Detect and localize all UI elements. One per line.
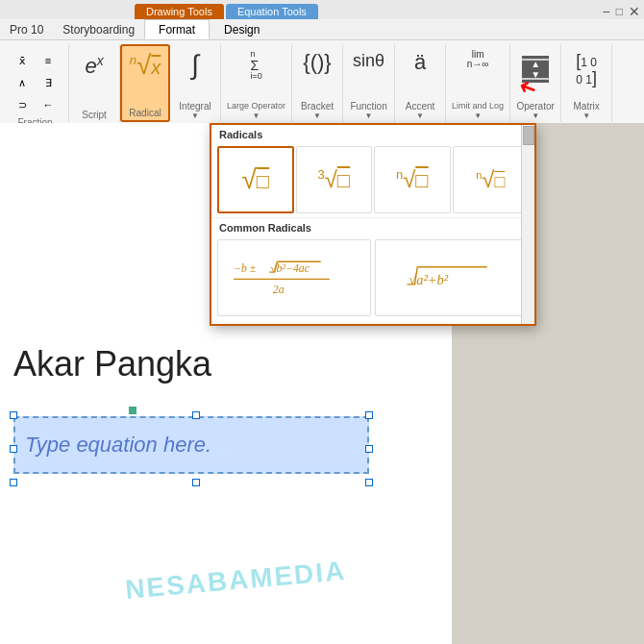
- radical-button[interactable]: n√x: [126, 50, 165, 83]
- minimize-icon[interactable]: −: [603, 4, 610, 19]
- close-icon[interactable]: ✕: [629, 4, 640, 19]
- limit-log-label: Limit and Log: [452, 100, 504, 111]
- matrix-button[interactable]: [1 00 1]: [567, 50, 606, 90]
- accent-icon: ä: [414, 52, 426, 73]
- bracket-group: {()} Bracket ▼: [292, 44, 343, 122]
- limit-log-group: lim n→∞ Limit and Log ▼: [446, 44, 510, 122]
- limit-log-button[interactable]: lim n→∞: [458, 48, 497, 73]
- bracket-label: Bracket: [301, 99, 334, 111]
- tab-format[interactable]: Format: [144, 19, 210, 39]
- function-label: Function: [350, 99, 386, 111]
- handle-bl: [10, 479, 17, 486]
- pro-label: Pro 10: [0, 20, 53, 39]
- radical-dropdown-popup: Radicals √□ 3√□ n√□ n√□ Common Radicals …: [210, 123, 536, 326]
- frac-icon-5[interactable]: ⊃: [10, 94, 35, 115]
- equation-placeholder-text: Type equation here.: [25, 433, 211, 458]
- handle-bc: [192, 479, 200, 486]
- handle-mr: [365, 445, 373, 453]
- integral-icon: ∫: [191, 52, 199, 79]
- radical-group: n√x Radical: [120, 44, 170, 122]
- radical-item-cbrt[interactable]: 3√□: [296, 146, 373, 213]
- large-operator-button[interactable]: n Σ i=0: [237, 48, 276, 85]
- matrix-group: [1 00 1] Matrix ▼: [561, 44, 612, 122]
- sub-tab-bar: Pro 10 Storyboarding Format Design: [0, 19, 644, 40]
- handle-tc: [192, 411, 200, 419]
- drawing-tools-tab[interactable]: Drawing Tools: [135, 4, 224, 19]
- function-icon: sinθ: [353, 52, 384, 69]
- script-label: Script: [82, 108, 107, 120]
- svg-text:2a: 2a: [272, 283, 284, 295]
- accent-group: ä Accent ▼: [395, 44, 446, 122]
- common-radicals-grid: −b ± √b²−4ac 2a √a²+b²: [211, 235, 534, 324]
- svg-text:−b ±: −b ±: [234, 262, 257, 275]
- watermark: NESABAMEDIA: [124, 556, 347, 606]
- radical-label: Radical: [129, 106, 161, 118]
- tab-design[interactable]: Design: [210, 19, 274, 39]
- equation-textbox[interactable]: Type equation here.: [13, 416, 369, 474]
- handle-tr: [365, 411, 373, 419]
- frac-icon-4[interactable]: ∃: [36, 72, 61, 93]
- small-icons-group: x̄ ≡ ∧ ∃ ⊃ ← Fraction: [2, 44, 69, 122]
- large-operator-dropdown-arrow[interactable]: ▼: [253, 111, 260, 120]
- radical-icon: n√x: [130, 52, 161, 79]
- bracket-dropdown-arrow[interactable]: ▼: [313, 111, 321, 120]
- handle-br: [365, 479, 373, 486]
- large-operator-label: Large Operator: [227, 100, 285, 111]
- radical-item-sqrt[interactable]: √□: [217, 146, 294, 213]
- bracket-icon: {()}: [303, 52, 331, 73]
- accent-button[interactable]: ä: [401, 50, 439, 77]
- page-title: Akar Pangka: [13, 344, 211, 384]
- radical-sqrt-icon: √□: [241, 164, 269, 195]
- large-operator-group: n Σ i=0 Large Operator ▼: [221, 44, 292, 122]
- pythagorean-formula-svg: √a²+b²: [383, 247, 522, 310]
- integral-label: Integral: [179, 99, 211, 111]
- large-operator-icon: n Σ i=0: [250, 50, 261, 81]
- common-radicals-title: Common Radicals: [211, 218, 534, 235]
- limit-log-icon: lim n→∞: [467, 50, 489, 69]
- radical-item-nthrt1[interactable]: n√□: [374, 146, 451, 213]
- radical-item-nthrt2[interactable]: n√□: [453, 146, 530, 213]
- radicals-section-title: Radicals: [211, 125, 534, 142]
- accent-dropdown-arrow[interactable]: ▼: [416, 111, 424, 120]
- frac-icon-3[interactable]: ∧: [10, 72, 35, 93]
- integral-group: ∫ Integral ▼: [170, 44, 221, 122]
- matrix-icon: [1 00 1]: [576, 52, 597, 87]
- operator-dropdown-arrow[interactable]: ▼: [532, 111, 539, 120]
- quadratic-formula-svg: −b ± √b²−4ac 2a: [225, 247, 364, 310]
- handle-top: [129, 407, 136, 414]
- script-icon: ex: [85, 54, 103, 77]
- radical-cbrt-icon: 3√□: [317, 166, 350, 193]
- matrix-label: Matrix: [574, 99, 600, 111]
- function-button[interactable]: sinθ: [349, 50, 388, 73]
- ribbon: Drawing Tools Equation Tools − □ ✕ Pro 1…: [0, 0, 644, 128]
- script-button[interactable]: ex: [75, 52, 113, 81]
- integral-dropdown-arrow[interactable]: ▼: [191, 111, 199, 120]
- frac-icon-6[interactable]: ←: [36, 94, 61, 115]
- function-group: sinθ Function ▼: [343, 44, 395, 122]
- handle-tl: [10, 411, 17, 419]
- ribbon-tools-row: x̄ ≡ ∧ ∃ ⊃ ← Fraction ex Script n√x Rad: [0, 40, 644, 127]
- script-group: ex Script: [69, 44, 120, 122]
- function-dropdown-arrow[interactable]: ▼: [365, 111, 373, 120]
- radical-nthrt2-icon: n√□: [476, 166, 505, 193]
- radical-pythagorean[interactable]: √a²+b²: [375, 239, 529, 316]
- limit-log-dropdown-arrow[interactable]: ▼: [474, 111, 482, 120]
- radical-quadratic[interactable]: −b ± √b²−4ac 2a: [217, 239, 371, 316]
- storyboarding-label: Storyboarding: [53, 20, 144, 39]
- radical-nthrt1-icon: n√□: [396, 166, 429, 193]
- handle-ml: [10, 445, 17, 453]
- bracket-button[interactable]: {()}: [298, 50, 336, 77]
- equation-tools-tab[interactable]: Equation Tools: [226, 4, 318, 19]
- radicals-grid: √□ 3√□ n√□ n√□: [211, 142, 534, 218]
- operator-label: Operator: [516, 99, 554, 111]
- frac-icon-1[interactable]: x̄: [10, 50, 35, 71]
- matrix-dropdown-arrow[interactable]: ▼: [582, 111, 590, 120]
- restore-icon[interactable]: □: [616, 5, 623, 18]
- integral-button[interactable]: ∫: [176, 50, 214, 83]
- popup-scrollbar[interactable]: [521, 125, 534, 324]
- accent-label: Accent: [406, 99, 435, 111]
- frac-icon-2[interactable]: ≡: [36, 50, 61, 71]
